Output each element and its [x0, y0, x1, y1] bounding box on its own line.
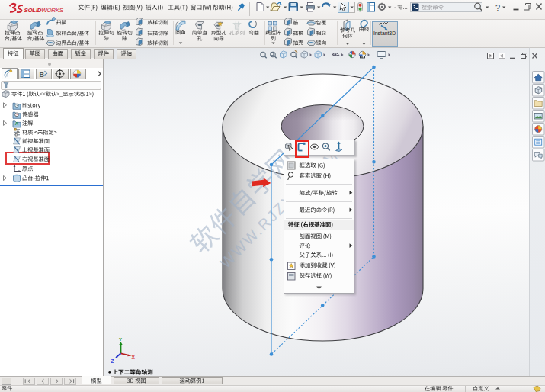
svg-text:Z: Z	[111, 358, 114, 364]
svg-text:Y: Y	[119, 337, 122, 342]
svg-text:X: X	[132, 355, 136, 360]
